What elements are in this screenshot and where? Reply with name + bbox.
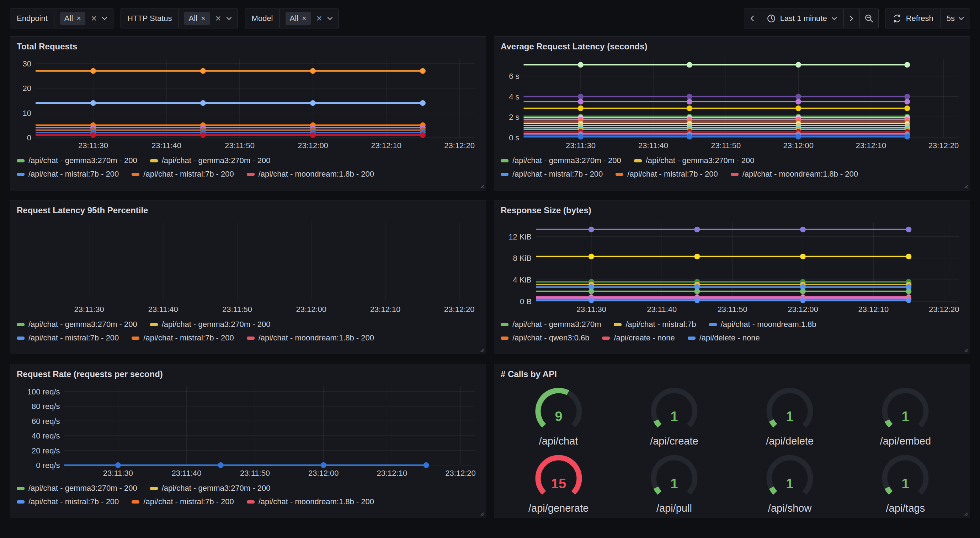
svg-text:23:12:20: 23:12:20 [444,141,475,150]
svg-text:23:12:10: 23:12:10 [371,141,401,150]
panel-response-size: Response Size (bytes) 0 B4 KiB8 KiB12 Ki… [494,200,970,354]
legend-item[interactable]: /api/create - none [602,333,675,343]
legend-item[interactable]: /api/chat - gemma3:270m - 200 [150,156,270,165]
chart-canvas[interactable]: 0 B4 KiB8 KiB12 KiB23:11:3023:11:4023:11… [501,219,963,316]
filter-endpoint: Endpoint All × × [10,8,113,29]
resize-grip[interactable] [963,183,968,189]
legend-item[interactable]: /api/chat - gemma3:270m - 200 [150,484,270,493]
legend-item[interactable]: /api/chat - mistral:7b - 200 [132,497,234,506]
clock-icon [767,14,776,23]
chip-remove-icon[interactable]: × [201,14,205,22]
legend-label: /api/chat - mistral:7b - 200 [143,497,234,506]
legend-label: /api/chat - moondream:1.8b - 200 [743,170,858,179]
legend-label: /api/chat - mistral:7b - 200 [627,170,718,179]
legend-item[interactable]: /api/chat - gemma3:270m - 200 [17,320,137,329]
svg-text:23:12:00: 23:12:00 [298,141,328,150]
filter-clear-icon[interactable]: × [91,14,97,24]
panel-title[interactable]: Request Latency 95th Percentile [17,205,479,215]
filter-clear-icon[interactable]: × [317,14,322,24]
resize-grip[interactable] [963,511,968,516]
filter-endpoint-value[interactable]: All × × [54,8,113,29]
svg-text:23:11:40: 23:11:40 [647,305,677,314]
gauge-arc: 1 [640,450,708,503]
legend-color-pill [150,159,158,162]
legend-item[interactable]: /api/chat - moondream:1.8b - 200 [247,497,374,506]
legend-item[interactable]: /api/chat - moondream:1.8b - 200 [247,333,374,343]
filter-chip[interactable]: All × [60,12,85,25]
svg-text:6 s: 6 s [509,72,519,81]
legend-item[interactable]: /api/chat - mistral:7b - 200 [132,333,234,343]
legend-item[interactable]: /api/chat - gemma3:270m - 200 [17,484,137,493]
resize-grip[interactable] [479,347,484,352]
chart-plot[interactable]: 23:11:3023:11:4023:11:5023:12:0023:12:10… [17,219,479,316]
chart-plot[interactable]: 010203023:11:3023:11:4023:11:5023:12:002… [17,55,479,152]
filter-http-status: HTTP Status All × × [121,8,238,29]
gauge-label: /api/delete [766,435,814,447]
time-forward-button[interactable] [843,8,860,29]
panel-title[interactable]: Response Size (bytes) [501,205,963,215]
legend-color-pill [602,336,610,340]
resize-grip[interactable] [963,347,968,352]
chart-canvas[interactable]: 23:11:3023:11:4023:11:5023:12:0023:12:10… [17,219,479,316]
legend-label: /api/delete - none [700,333,760,343]
refresh-button[interactable]: Refresh [885,8,941,29]
chevron-down-icon[interactable] [102,17,107,20]
legend-item[interactable]: /api/chat - qwen3:0.6b [501,333,589,343]
filter-http-status-value[interactable]: All × × [178,8,237,29]
svg-text:2 s: 2 s [509,113,519,122]
filter-chip[interactable]: All × [184,12,210,25]
legend-item[interactable]: /api/chat - moondream:1.8b [709,320,816,329]
legend-item[interactable]: /api/chat - mistral:7b - 200 [132,170,234,179]
legend-item[interactable]: /api/chat - gemma3:270m [501,320,601,329]
filter-clear-icon[interactable]: × [215,14,221,24]
panel-title[interactable]: # Calls by API [501,369,963,379]
panel-title[interactable]: Request Rate (requests per second) [17,369,479,379]
resize-grip[interactable] [479,183,484,189]
panel-title[interactable]: Average Request Latency (seconds) [501,41,963,52]
legend-item[interactable]: /api/chat - gemma3:270m - 200 [150,320,270,329]
zoom-out-button[interactable] [859,8,879,29]
svg-text:20: 20 [23,84,31,93]
svg-text:23:11:50: 23:11:50 [222,305,252,314]
legend-item[interactable]: /api/chat - mistral:7b - 200 [17,497,119,506]
legend-row: /api/chat - gemma3:270m - 200/api/chat -… [17,320,479,329]
chip-remove-icon[interactable]: × [302,14,307,22]
legend-color-pill [132,336,139,340]
gauge-arc: 1 [640,383,708,435]
svg-text:23:12:20: 23:12:20 [928,141,959,150]
gauge-value: 1 [670,476,678,491]
resize-grip[interactable] [479,511,484,516]
gauge-arc: 9 [525,383,592,435]
legend-item[interactable]: /api/delete - none [688,333,760,343]
legend-item[interactable]: /api/chat - moondream:1.8b - 200 [731,170,858,179]
legend-item[interactable]: /api/chat - mistral:7b - 200 [616,170,718,179]
filter-model-value[interactable]: All × × [280,8,339,29]
time-range-picker[interactable]: Last 1 minute [760,8,844,29]
chip-remove-icon[interactable]: × [76,14,81,22]
svg-text:0 req/s: 0 req/s [36,461,60,470]
legend-item[interactable]: /api/chat - mistral:7b - 200 [501,170,603,179]
legend-item[interactable]: /api/chat - gemma3:270m - 200 [501,156,621,165]
time-back-button[interactable] [744,8,760,29]
legend-item[interactable]: /api/chat - mistral:7b - 200 [17,170,119,179]
gauge-value: 1 [902,409,909,424]
legend-item[interactable]: /api/chat - moondream:1.8b - 200 [247,170,374,179]
legend-item[interactable]: /api/chat - mistral:7b - 200 [17,333,119,343]
refresh-interval-button[interactable]: 5s [940,8,970,29]
chart-canvas[interactable]: 0 s2 s4 s6 s23:11:3023:11:4023:11:5023:1… [501,55,963,152]
chart-canvas[interactable]: 0 req/s20 req/s40 req/s60 req/s80 req/s1… [17,383,479,479]
legend-item[interactable]: /api/chat - gemma3:270m - 200 [634,156,754,165]
chart-canvas[interactable]: 010203023:11:3023:11:4023:11:5023:12:002… [17,55,479,152]
filter-chip[interactable]: All × [286,12,311,25]
legend-item[interactable]: /api/chat - mistral:7b [614,320,696,329]
chart-plot[interactable]: 0 s2 s4 s6 s23:11:3023:11:4023:11:5023:1… [501,55,963,152]
svg-text:23:12:10: 23:12:10 [856,141,886,150]
svg-text:20 req/s: 20 req/s [32,446,60,455]
chevron-down-icon[interactable] [327,17,333,20]
chart-plot[interactable]: 0 B4 KiB8 KiB12 KiB23:11:3023:11:4023:11… [501,219,963,316]
chevron-down-icon[interactable] [226,17,232,20]
legend-item[interactable]: /api/chat - gemma3:270m - 200 [17,156,137,165]
chart-plot[interactable]: 0 req/s20 req/s40 req/s60 req/s80 req/s1… [17,383,479,479]
panel-title[interactable]: Total Requests [17,41,479,52]
legend-label: /api/chat - gemma3:270m - 200 [29,484,137,493]
